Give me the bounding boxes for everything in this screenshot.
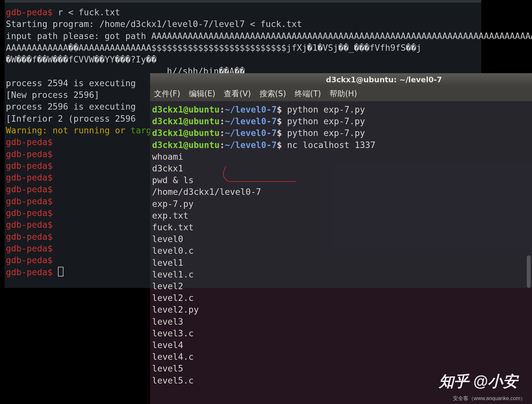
- ps-user: d3ckx1@ubuntu: [152, 140, 219, 150]
- gdb-prompt: gdb-peda$: [6, 137, 53, 147]
- gdb-starting: Starting program: /home/d3ckx1/level0-7/…: [5, 18, 481, 30]
- gdb-prompt: gdb-peda$: [6, 267, 53, 277]
- gdb-prompt: gdb-peda$: [6, 149, 53, 159]
- gdb-prompt: gdb-peda$: [6, 255, 53, 265]
- menu-help[interactable]: 帮助(H): [329, 88, 357, 99]
- terminal-output-line: level2.py: [151, 304, 532, 316]
- zhihu-watermark: 知乎 @小安: [439, 371, 518, 392]
- anquanke-watermark: 安全客（www.anquanke.com）: [453, 395, 525, 402]
- window-menubar[interactable]: 文件(F) 编辑(E) 查看(V) 搜索(S) 终端(T) 帮助(H): [150, 86, 532, 101]
- gdb-input2: AAAAAAAAAAAA��AAAAAAAAAAAAAA$$$$$$$$$$$$…: [5, 42, 481, 54]
- gdb-prompt: gdb-peda$: [6, 220, 53, 230]
- terminal-output-line: exp-7.py: [151, 198, 532, 210]
- gdb-prompt: gdb-peda$: [6, 196, 53, 206]
- terminal-output-line: level0.c: [151, 245, 532, 257]
- warning-rest: not running or: [48, 125, 131, 135]
- window-title: d3ckx1@ubuntu: ~/level0-7: [326, 75, 442, 84]
- ps-path: ~/level0-7: [225, 128, 277, 138]
- terminal-output-line: level0: [151, 233, 532, 245]
- menu-edit[interactable]: 编辑(E): [189, 88, 216, 99]
- ps-user: d3ckx1@ubuntu: [152, 116, 219, 126]
- window-titlebar[interactable]: d3ckx1@ubuntu: ~/level0-7: [150, 73, 532, 86]
- ps-dollar: $: [277, 140, 282, 150]
- cmd-python-3: python exp-7.py: [282, 128, 365, 138]
- terminal-output-line: d3ckx1: [151, 163, 532, 174]
- terminal-body[interactable]: d3ckx1@ubuntu:~/level0-7$ python exp-7.p…: [150, 101, 532, 386]
- annotation-arrow-icon: [221, 166, 296, 184]
- gdb-r-cmd: r < fuck.txt: [53, 7, 120, 17]
- ps-path: ~/level0-7: [225, 140, 277, 150]
- gdb-prompt: gdb-peda$: [6, 232, 53, 242]
- cursor-icon: [58, 267, 63, 276]
- terminal-output-line: exp.txt: [151, 210, 532, 222]
- gdb-prompt: gdb-peda$: [6, 208, 53, 218]
- gdb-prompt: gdb-peda$: [6, 184, 53, 194]
- terminal-output-line: /home/d3ckx1/level0-7: [151, 186, 532, 198]
- bg-titlebar-sliver: [5, 0, 481, 3]
- terminal-output-line: level4.c: [151, 351, 532, 363]
- gdb-prompt: gdb-peda$: [6, 172, 53, 182]
- ps-dollar: $: [277, 104, 282, 114]
- terminal-output-line: level1: [151, 257, 532, 269]
- gdb-cmd-line: gdb-peda$ r < fuck.txt: [5, 7, 481, 18]
- ps-path: ~/level0-7: [225, 116, 277, 126]
- terminal-output-line: level3: [151, 316, 532, 328]
- ps-user: d3ckx1@ubuntu: [152, 128, 219, 138]
- terminal-output-line: level2: [151, 280, 532, 292]
- terminal-output-line: level3.c: [151, 328, 532, 339]
- ps-dollar: $: [277, 116, 282, 126]
- terminal-output-line: whoami: [151, 151, 532, 163]
- gdb-input1: input path please: got path AAAAAAAAAAAA…: [5, 30, 481, 42]
- ps-line-1: d3ckx1@ubuntu:~/level0-7$ python exp-7.p…: [151, 104, 532, 115]
- menu-search[interactable]: 搜索(S): [259, 88, 286, 99]
- terminal-output-line: level2.c: [151, 292, 532, 304]
- ps-line-3: d3ckx1@ubuntu:~/level0-7$ python exp-7.p…: [151, 127, 532, 139]
- menu-view[interactable]: 查看(V): [224, 88, 251, 99]
- ps-user: d3ckx1@ubuntu: [152, 104, 219, 114]
- cmd-nc: nc localhost 1337: [282, 140, 375, 150]
- scrollbar-thumb[interactable]: [527, 255, 531, 288]
- terminal-output-line: pwd & ls: [151, 174, 532, 186]
- cmd-python-1: python exp-7.py: [282, 104, 365, 114]
- terminal-output-line: level4: [151, 339, 532, 351]
- ps-path: ~/level0-7: [225, 104, 277, 114]
- gdb-prompt: gdb-peda$: [6, 7, 53, 17]
- gdb-input3: �W���f��W���fCVVW��YY���?Iy��: [5, 54, 481, 65]
- menu-terminal[interactable]: 终端(T): [295, 88, 321, 99]
- terminal-output-line: fuck.txt: [151, 222, 532, 233]
- cmd-python-2: python exp-7.py: [282, 116, 365, 126]
- warning-label: Warning:: [6, 125, 48, 135]
- gdb-prompt: gdb-peda$: [6, 161, 53, 171]
- ps-line-4: d3ckx1@ubuntu:~/level0-7$ nc localhost 1…: [151, 139, 532, 151]
- terminal-output-line: level1.c: [151, 269, 532, 280]
- ps-dollar: $: [277, 128, 282, 138]
- ps-line-2: d3ckx1@ubuntu:~/level0-7$ python exp-7.p…: [151, 115, 532, 127]
- gdb-prompt: gdb-peda$: [6, 243, 53, 253]
- ubuntu-terminal-window[interactable]: d3ckx1@ubuntu: ~/level0-7 文件(F) 编辑(E) 查看…: [150, 73, 532, 404]
- menu-file[interactable]: 文件(F): [154, 88, 180, 99]
